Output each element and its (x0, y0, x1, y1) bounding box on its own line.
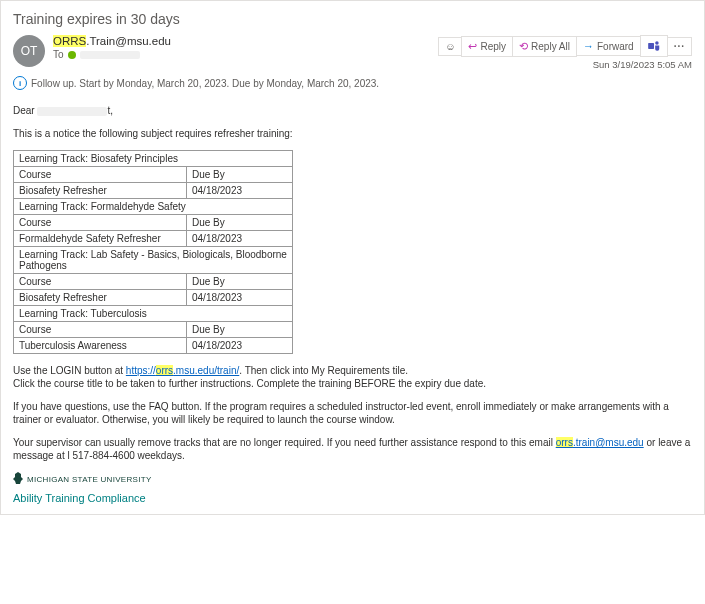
timestamp: Sun 3/19/2023 5:05 AM (438, 59, 692, 70)
footer-compliance: Ability Training Compliance (13, 492, 692, 504)
email-subject: Training expires in 30 days (13, 11, 692, 27)
reply-all-icon: ⟲ (519, 40, 528, 53)
track-header: Learning Track: Biosafety Principles (14, 151, 293, 167)
forward-button[interactable]: → Forward (576, 36, 641, 56)
course-header: Course (14, 167, 187, 183)
info-icon: i (13, 76, 27, 90)
course-header: Course (14, 322, 187, 338)
track-header: Learning Track: Tuberculosis (14, 306, 293, 322)
reply-all-button[interactable]: ⟲ Reply All (512, 36, 577, 57)
from-address: ORRS.Train@msu.edu (53, 35, 171, 47)
spartan-icon (13, 472, 23, 486)
teams-button[interactable] (640, 35, 668, 57)
followup-bar: i Follow up. Start by Monday, March 20, … (13, 76, 692, 90)
more-icon: ··· (674, 41, 685, 52)
reply-button[interactable]: ↩ Reply (461, 36, 513, 57)
due-header: Due By (187, 167, 293, 183)
svg-point-1 (655, 41, 659, 45)
due-header: Due By (187, 215, 293, 231)
greeting: Dear t, (13, 104, 692, 117)
training-table: Learning Track: Biosafety Principles Cou… (13, 150, 293, 354)
more-actions-button[interactable]: ··· (667, 37, 692, 56)
to-recipient-redacted (80, 51, 140, 59)
due-cell: 04/18/2023 (187, 183, 293, 199)
due-cell: 04/18/2023 (187, 338, 293, 354)
intro-text: This is a notice the following subject r… (13, 127, 692, 140)
footer-logo: MICHIGAN STATE UNIVERSITY (13, 472, 692, 486)
emoji-icon: ☺ (445, 41, 455, 52)
course-cell: Formaldehyde Safety Refresher (14, 231, 187, 247)
instruction-faq: If you have questions, use the FAQ butto… (13, 400, 692, 426)
emoji-button[interactable]: ☺ (438, 37, 462, 56)
instruction-supervisor: Your supervisor can usually remove track… (13, 436, 692, 462)
reply-icon: ↩ (468, 40, 477, 53)
due-header: Due By (187, 274, 293, 290)
presence-icon (68, 51, 76, 59)
svg-rect-0 (648, 43, 654, 49)
login-link[interactable]: https://orrs.msu.edu/train/ (126, 365, 239, 376)
greeting-redacted (37, 107, 107, 116)
track-header: Learning Track: Lab Safety - Basics, Bio… (14, 247, 293, 274)
course-header: Course (14, 274, 187, 290)
due-header: Due By (187, 322, 293, 338)
course-header: Course (14, 215, 187, 231)
instruction-login: Use the LOGIN button at https://orrs.msu… (13, 364, 692, 390)
forward-icon: → (583, 40, 594, 52)
due-cell: 04/18/2023 (187, 231, 293, 247)
to-line: To (53, 49, 171, 60)
course-cell: Biosafety Refresher (14, 290, 187, 306)
course-cell: Biosafety Refresher (14, 183, 187, 199)
contact-email-link[interactable]: orrs.train@msu.edu (556, 437, 644, 448)
teams-icon (647, 39, 661, 53)
due-cell: 04/18/2023 (187, 290, 293, 306)
track-header: Learning Track: Formaldehyde Safety (14, 199, 293, 215)
course-cell: Tuberculosis Awareness (14, 338, 187, 354)
avatar: OT (13, 35, 45, 67)
